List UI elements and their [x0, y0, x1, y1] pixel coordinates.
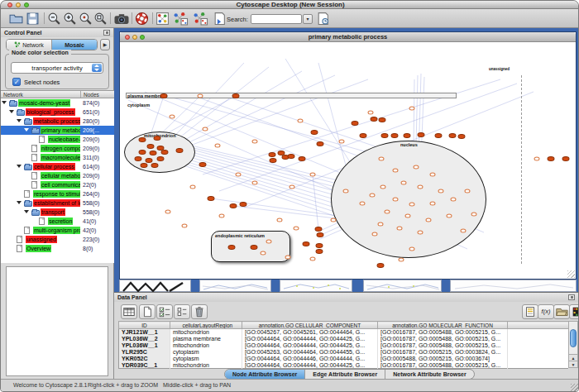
network-node[interactable] [141, 163, 148, 168]
scroll-down-arrow[interactable]: ▼ [569, 361, 577, 367]
network-node[interactable] [447, 214, 452, 218]
network-node[interactable] [471, 213, 477, 217]
scrollbar-thumb[interactable] [570, 329, 577, 347]
tree-row[interactable]: multi-organism pro42(0) [1, 226, 114, 235]
select-nodes-checkbox[interactable]: ✓ [12, 78, 21, 86]
network-node[interactable] [343, 189, 349, 194]
network-view-frame[interactable]: primary metabolic process plasma membran… [119, 31, 577, 280]
network-node[interactable] [562, 156, 570, 161]
tree-column-nodes[interactable]: Nodes [81, 91, 114, 98]
network-node[interactable] [303, 241, 310, 246]
tab-edge-attribute-browser[interactable]: Edge Attribute Browser [305, 370, 385, 379]
table-row[interactable]: YKR052Ccytoplasm[GO:0044464, GO:0044446,… [119, 356, 569, 362]
network-node[interactable] [548, 156, 555, 161]
network-node[interactable] [294, 227, 299, 231]
network-node[interactable] [261, 251, 266, 256]
network-node[interactable] [368, 111, 374, 115]
scroll-up-arrow[interactable]: ▲ [569, 354, 577, 361]
formula-fx-icon[interactable]: f(x) [538, 304, 554, 319]
tree-row[interactable]: secretion41(0) [1, 217, 114, 226]
network-node[interactable] [360, 202, 366, 206]
network-node[interactable] [290, 185, 295, 189]
table-scrollbar[interactable]: ▲▼ [568, 321, 578, 368]
zoom-fit-icon[interactable] [93, 12, 108, 26]
tree-row[interactable]: establishment of lo558(0) [1, 198, 114, 208]
tab-network-attribute-browser[interactable]: Network Attribute Browser [385, 370, 473, 379]
network-node[interactable] [385, 210, 390, 214]
search-input[interactable] [251, 14, 302, 24]
network-node[interactable] [219, 214, 225, 218]
camera-icon[interactable] [113, 12, 130, 26]
network-node[interactable] [161, 150, 169, 155]
network-node[interactable] [251, 245, 258, 250]
network-node[interactable] [317, 141, 324, 146]
tree-row[interactable]: cellular process614(0) [1, 162, 114, 171]
network-node[interactable] [316, 249, 323, 254]
network-node[interactable] [438, 189, 444, 194]
frame-resize-grip[interactable] [567, 270, 575, 278]
background-window-fragment[interactable] [199, 280, 271, 292]
network-canvas[interactable]: plasma membranecytoplasmmitochondrionnuc… [120, 42, 576, 279]
frame-titlebar[interactable]: primary metabolic process [120, 32, 576, 42]
network-node[interactable] [266, 240, 272, 244]
network-node[interactable] [160, 93, 168, 98]
unselect-attributes-icon[interactable] [174, 304, 190, 319]
network-node[interactable] [360, 133, 367, 138]
network-node[interactable] [150, 151, 157, 155]
network-node[interactable] [299, 156, 306, 161]
window-titlebar[interactable]: Cytoscape Desktop (New Session) [1, 1, 579, 9]
tree-row[interactable]: metabolic process280(0) [1, 117, 114, 126]
network-node[interactable] [404, 133, 411, 138]
network-node[interactable] [170, 115, 175, 119]
table-row[interactable]: YJR121W__1mitochondrion[GO:0045267, GO:0… [119, 329, 569, 336]
network-node[interactable] [377, 263, 385, 268]
network-node[interactable] [352, 121, 359, 126]
network-node[interactable] [378, 222, 384, 227]
vizmapper-grid-icon[interactable] [156, 12, 170, 26]
network-node[interactable] [449, 133, 457, 138]
table-row[interactable]: YDR039C__1mitochondrion[GO:0044464, GO:0… [119, 362, 569, 369]
network-node[interactable] [208, 196, 215, 201]
network-node[interactable] [399, 258, 404, 262]
tree-column-network[interactable]: Network [1, 91, 81, 98]
network-node[interactable] [391, 133, 399, 138]
network-node[interactable] [232, 93, 240, 98]
delete-attribute-icon[interactable] [191, 304, 208, 319]
table-column-header[interactable]: ID [119, 322, 170, 329]
network-node[interactable] [430, 173, 436, 177]
network-node[interactable] [252, 140, 258, 144]
network-overlay-icon-b[interactable] [192, 12, 208, 26]
background-window-fragment[interactable] [450, 280, 577, 292]
tree-row[interactable]: Overview8(0) [1, 244, 114, 253]
network-node[interactable] [397, 227, 403, 231]
network-node[interactable] [418, 231, 423, 235]
import-page-icon[interactable] [213, 12, 227, 26]
network-node[interactable] [315, 227, 323, 232]
tab-mosaic[interactable]: Mosaic [52, 40, 97, 50]
search-dropdown-button[interactable]: ▾ [303, 14, 313, 24]
tree-row[interactable]: nucleobase-con209(0) [1, 135, 114, 144]
network-node[interactable] [252, 181, 258, 185]
tree-expander-icon[interactable] [24, 210, 29, 213]
network-node[interactable] [190, 185, 196, 189]
birds-eye-view[interactable] [6, 266, 108, 376]
network-node[interactable] [381, 133, 389, 138]
zoom-out-icon[interactable] [47, 12, 61, 26]
network-node[interactable] [165, 210, 171, 214]
tree-row[interactable]: unassigned223(0) [1, 235, 114, 244]
network-node[interactable] [414, 165, 419, 170]
network-overlay-icon-a[interactable] [172, 12, 189, 26]
network-node[interactable] [430, 202, 436, 206]
float-panel-icon[interactable] [103, 30, 110, 36]
network-node[interactable] [409, 203, 415, 207]
tree-expander-icon[interactable] [9, 110, 14, 113]
open-folder-icon[interactable] [553, 304, 570, 319]
zoom-in-icon[interactable] [63, 12, 77, 26]
page-history-icon[interactable] [316, 12, 330, 26]
table-row[interactable]: YPL036W__1mitochondrion[GO:0044464, GO:0… [119, 342, 569, 349]
network-node[interactable] [405, 214, 411, 218]
network-node[interactable] [285, 256, 291, 260]
tree-row[interactable]: biological_process651(0) [1, 108, 114, 117]
select-attributes-icon[interactable] [156, 304, 173, 319]
network-node[interactable] [401, 181, 407, 185]
